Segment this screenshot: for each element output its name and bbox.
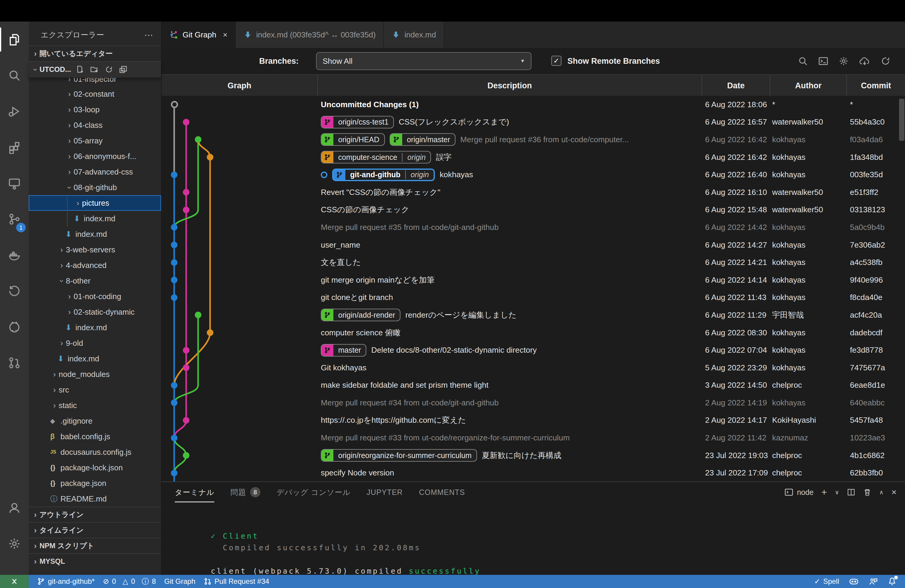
commit-row[interactable]: Merge pull request #34 from ut-code/git-… [162,394,905,412]
tree-item[interactable]: › 08-git-github [29,180,161,195]
tree-item[interactable]: › {} package.json [29,475,161,491]
tree-item[interactable]: › 9-old [29,335,161,351]
commit-row[interactable]: computer science 俯瞰 6 Aug 2022 08:30 kok… [162,324,905,342]
commit-dot[interactable] [171,382,178,389]
notifications-bell-icon[interactable] [888,577,897,586]
commit-row[interactable]: origin/css-test1 CSS(フレックスボックスまで) 6 Aug … [162,113,905,131]
cloud-download-icon[interactable] [859,56,870,66]
tree-item[interactable]: › {} package-lock.json [29,460,161,475]
panel-tab[interactable]: COMMENTS [419,482,465,502]
panel-tab[interactable]: 問題 8 [230,482,260,502]
commit-dot[interactable] [171,224,178,230]
commit-dot[interactable] [183,417,189,424]
tree-item[interactable]: › 05-array [29,133,161,148]
tree-item[interactable]: › ⬇ index.md [29,351,161,366]
sidebar-item-explorer[interactable] [0,22,29,57]
search-icon[interactable] [798,56,808,66]
sidebar-item-history[interactable] [0,273,29,309]
commit-dot[interactable] [195,136,202,143]
remote-indicator[interactable] [0,575,29,588]
commit-dot[interactable] [171,172,178,178]
sidebar-item-remote-explorer[interactable] [0,165,29,201]
commit-dot[interactable] [171,277,178,283]
commit-row[interactable]: origin/reorganize-for-summer-curriculum … [162,447,905,464]
sidebar-section-header[interactable]: › アウトライン [29,507,161,522]
commit-dot[interactable] [171,435,178,441]
col-header-graph[interactable]: Graph [162,75,317,96]
panel-tab[interactable]: デバッグ コンソール [276,482,351,502]
tree-item[interactable]: › 06-anonymous-f... [29,148,161,164]
commit-dot[interactable] [171,470,178,476]
commit-dot[interactable] [183,119,189,126]
split-panel-icon[interactable] [847,488,855,496]
refresh-icon[interactable] [105,65,113,74]
tree-item[interactable]: › ⬇ index.md [29,320,161,335]
branch-tag[interactable]: origin/reorganize-for-summer-curriculum [321,449,477,462]
tree-item[interactable]: › 8-other [29,273,161,289]
tree-item[interactable]: › JS docusaurus.config.js [29,444,161,460]
commit-dot[interactable] [183,189,189,195]
branch-tag[interactable]: origin/add-render [321,309,400,321]
tree-item[interactable]: › β babel.config.js [29,429,161,444]
commit-dot[interactable] [171,242,178,248]
branch-tag[interactable]: git-and-github origin [332,168,435,181]
tree-item[interactable]: › 3-web-servers [29,242,161,257]
commit-row[interactable]: Merge pull request #35 from ut-code/git-… [162,219,905,236]
sidebar-section-header[interactable]: › NPM スクリプト [29,538,161,553]
commit-row[interactable]: git-and-github origin kokhayas 6 Aug 202… [162,166,905,184]
tree-item[interactable]: › ⬇ index.md [29,211,161,226]
commit-row[interactable]: Revert "CSSの節の画像チェック" 6 Aug 2022 16:10 w… [162,184,905,201]
commit-row[interactable]: make sidebar foldable and set prism them… [162,377,905,394]
workspace-section-header[interactable]: › UTCOD... [29,61,161,78]
editor-tab[interactable]: index.md (003fe35d^ ↔ 003fe35d) [236,22,384,48]
tree-item[interactable]: › pictures [29,195,161,211]
tree-item[interactable]: › src [29,382,161,397]
commit-dot[interactable] [183,452,189,459]
branch-tag[interactable]: origin/HEAD [321,133,385,146]
settings-button[interactable] [0,526,29,562]
copilot-icon[interactable] [849,577,859,586]
terminal-icon[interactable] [818,56,829,66]
trash-icon[interactable] [863,488,872,496]
sidebar-section-header[interactable]: › MYSQL [29,553,161,569]
commit-row[interactable]: Uncommitted Changes (1) 6 Aug 2022 18:06… [162,96,905,113]
show-remote-branches-checkbox[interactable]: ✓ [551,56,561,66]
tree-item[interactable]: › 07-advanced-css [29,164,161,180]
branches-select[interactable]: Show All ▼ [316,52,532,70]
col-header-description[interactable]: Description [317,75,702,96]
tree-item[interactable]: › ⓘ README.md [29,491,161,507]
tree-item[interactable]: › 02-constant [29,86,161,102]
sidebar-item-source-control[interactable]: 1 [0,201,29,237]
commit-dot[interactable] [183,207,189,213]
new-folder-icon[interactable] [90,65,99,74]
commit-row[interactable]: https://.co.jpをhttps://github.comに変えた 2 … [162,412,905,429]
sidebar-item-github[interactable] [0,309,29,345]
sidebar-item-extensions[interactable] [0,129,29,165]
launch-profile-chevron-icon[interactable]: ∨ [835,489,839,496]
sidebar-item-docker[interactable] [0,237,29,273]
branch-tag[interactable]: origin/css-test1 [321,116,394,129]
panel-tab[interactable]: ターミナル [175,482,214,502]
tree-item[interactable]: › 03-loop [29,102,161,118]
tree-item[interactable]: › 01-inspector [29,78,161,86]
commit-dot[interactable] [195,311,202,318]
commit-row[interactable]: git cloneとgit branch 6 Aug 2022 11:43 ko… [162,289,905,307]
tree-item[interactable]: › 02-static-dynamic [29,304,161,320]
new-file-icon[interactable] [76,65,85,74]
refresh-icon[interactable] [880,56,891,66]
commit-dot[interactable] [171,101,178,108]
branch-tag[interactable]: origin/master [390,133,456,146]
commit-row[interactable]: master Delete docs/8-other/02-static-dyn… [162,341,905,359]
col-header-author[interactable]: Author [770,75,846,96]
commit-row[interactable]: 文を直した 6 Aug 2022 14:21 kokhayas a4c538fb [162,254,905,271]
sidebar-more-actions-button[interactable]: ⋯ [144,30,154,40]
branch-tag[interactable]: computer-science origin [321,151,431,164]
new-terminal-icon[interactable]: + [821,487,827,498]
close-icon[interactable]: × [223,30,227,40]
status-branch[interactable]: git-and-github* [37,577,95,586]
panel-tab[interactable]: JUPYTER [367,482,403,502]
status-problems[interactable]: ⊘ 0 △ 0 ⓘ 8 [103,577,156,586]
tree-item[interactable]: › 04-class [29,118,161,133]
tree-item[interactable]: › ◆ .gitignore [29,413,161,429]
status-git-graph[interactable]: Git Graph [164,577,195,586]
